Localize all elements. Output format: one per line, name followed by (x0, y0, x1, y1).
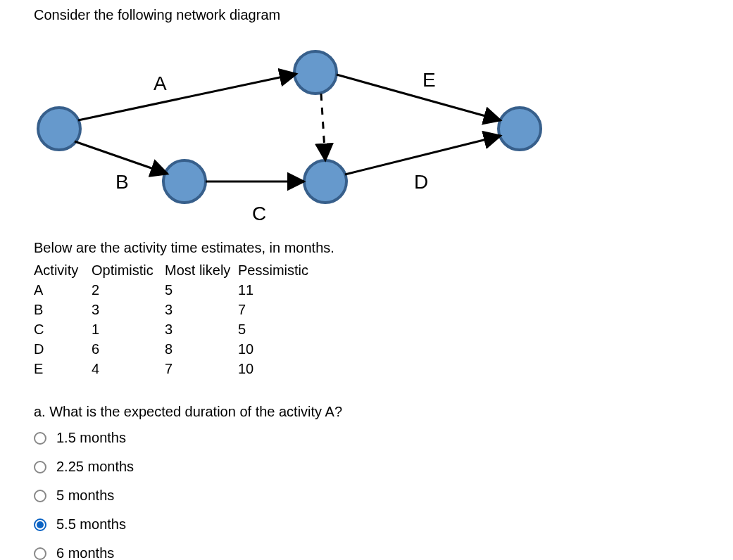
cell-ml: 8 (165, 339, 238, 359)
option-label: 6 months (56, 545, 114, 560)
label-E: E (422, 69, 436, 91)
cell-ml: 5 (165, 280, 238, 300)
label-A: A (154, 72, 167, 94)
radio-icon[interactable] (34, 432, 46, 445)
svg-line-9 (345, 136, 501, 174)
svg-point-0 (38, 108, 80, 150)
intro-text: Consider the following network diagram (34, 7, 733, 23)
label-B: B (115, 171, 129, 193)
options-group: 1.5 months2.25 months5 months5.5 months6… (34, 430, 733, 560)
option-label: 1.5 months (56, 430, 126, 446)
radio-icon[interactable] (34, 490, 46, 502)
cell-pess: 10 (238, 339, 320, 359)
cell-opt: 2 (92, 280, 165, 300)
svg-line-10 (321, 94, 325, 160)
svg-point-2 (163, 160, 206, 203)
page-root: Consider the following network diagram (0, 0, 733, 560)
cell-pess: 5 (238, 319, 320, 339)
cell-activity: A (34, 280, 92, 300)
option-label: 2.25 months (56, 459, 134, 475)
cell-activity: C (34, 319, 92, 339)
table-row: B337 (34, 300, 320, 319)
th-pessimistic: Pessimistic (238, 260, 320, 280)
cell-pess: 10 (238, 359, 320, 378)
option-0[interactable]: 1.5 months (34, 430, 733, 446)
cell-pess: 11 (238, 280, 320, 300)
label-C: C (252, 203, 266, 224)
cell-opt: 1 (92, 319, 165, 339)
svg-line-6 (75, 141, 168, 174)
estimates-heading: Below are the activity time estimates, i… (34, 240, 733, 256)
th-most-likely: Most likely (165, 260, 238, 280)
cell-opt: 3 (92, 300, 165, 319)
table-row: A2511 (34, 280, 320, 300)
cell-activity: E (34, 359, 92, 378)
svg-line-8 (337, 75, 501, 120)
option-4[interactable]: 6 months (34, 545, 733, 560)
option-1[interactable]: 2.25 months (34, 459, 733, 475)
cell-opt: 4 (92, 359, 165, 378)
svg-point-3 (304, 160, 346, 203)
cell-ml: 7 (165, 359, 238, 378)
table-row: E4710 (34, 359, 320, 378)
cell-opt: 6 (92, 339, 165, 359)
radio-icon[interactable] (34, 461, 46, 473)
option-3[interactable]: 5.5 months (34, 516, 733, 533)
svg-point-1 (294, 51, 337, 94)
question-text: a. What is the expected duration of the … (34, 404, 733, 420)
table-row: D6810 (34, 339, 320, 359)
cell-pess: 7 (238, 300, 320, 319)
th-activity: Activity (34, 260, 92, 280)
network-diagram: A B C D E (34, 30, 562, 227)
cell-ml: 3 (165, 300, 238, 319)
table-row: C135 (34, 319, 320, 339)
option-label: 5.5 months (56, 516, 126, 533)
svg-line-5 (78, 74, 296, 120)
option-label: 5 months (56, 488, 114, 504)
cell-activity: B (34, 300, 92, 319)
radio-icon[interactable] (34, 547, 46, 560)
option-2[interactable]: 5 months (34, 488, 733, 504)
cell-activity: D (34, 339, 92, 359)
svg-point-4 (499, 108, 541, 150)
cell-ml: 3 (165, 319, 238, 339)
estimates-table: Activity Optimistic Most likely Pessimis… (34, 260, 320, 378)
th-optimistic: Optimistic (92, 260, 165, 280)
radio-icon[interactable] (34, 518, 46, 531)
label-D: D (414, 171, 428, 193)
